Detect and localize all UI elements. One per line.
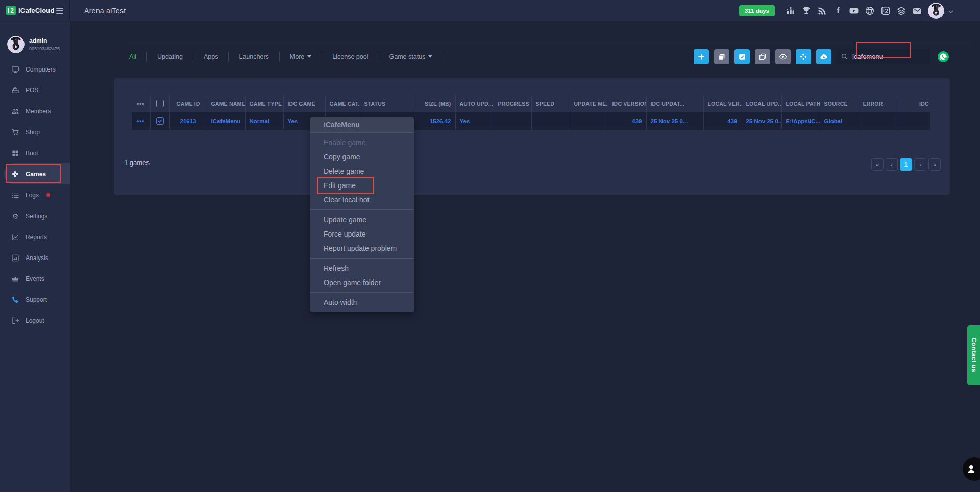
- col-idc-game[interactable]: IDC GAME: [283, 96, 325, 112]
- col-idc-updated[interactable]: IDC UPDAT...: [646, 96, 703, 112]
- duplicate-button[interactable]: [755, 49, 770, 64]
- col-game-type[interactable]: GAME TYPE: [245, 96, 283, 112]
- col-size-mb[interactable]: SIZE (MB): [414, 96, 455, 112]
- rss-icon[interactable]: [817, 6, 827, 16]
- sidebar-item-computers[interactable]: Computers: [0, 59, 70, 80]
- col-idc-host[interactable]: IDC HO: [897, 96, 930, 112]
- menu-section: Enable game Copy game Delete game Edit g…: [310, 133, 414, 210]
- sidebar-item-games[interactable]: Games: [4, 163, 70, 184]
- cell-update-message: [570, 112, 608, 130]
- menu-item-update-game[interactable]: Update game: [310, 213, 414, 227]
- menu-item-open-game-folder[interactable]: Open game folder: [310, 275, 414, 290]
- select-all-button[interactable]: [734, 49, 750, 64]
- games-table: ••• GAME ID GAME NAME GAME TYPE IDC GAME…: [132, 96, 930, 130]
- visibility-button[interactable]: [775, 49, 791, 64]
- copy-outline-icon: [758, 53, 767, 61]
- col-local-path[interactable]: LOCAL PATH: [781, 96, 820, 112]
- col-progress[interactable]: PROGRESS: [494, 96, 531, 112]
- page-first-button[interactable]: «: [871, 158, 884, 171]
- header-menu-icon[interactable]: •••: [137, 100, 145, 107]
- col-local-updated[interactable]: LOCAL UPD...: [742, 96, 781, 112]
- table-header-row: ••• GAME ID GAME NAME GAME TYPE IDC GAME…: [132, 96, 930, 112]
- facebook-icon[interactable]: f: [833, 6, 843, 16]
- menu-item-enable-game[interactable]: Enable game: [310, 135, 414, 150]
- trophy-icon[interactable]: [801, 6, 812, 16]
- col-speed[interactable]: SPEED: [531, 96, 570, 112]
- col-error[interactable]: ERROR: [859, 96, 897, 112]
- col-local-version[interactable]: LOCAL VER...: [703, 96, 742, 112]
- sidebar-item-settings[interactable]: ⚙ Settings: [0, 205, 70, 226]
- menu-item-refresh[interactable]: Refresh: [310, 261, 414, 275]
- tab-divider: [443, 52, 443, 62]
- sidebar-item-analysis[interactable]: Analysis: [0, 247, 70, 268]
- tab-more[interactable]: More: [280, 53, 322, 60]
- sidebar-item-shop[interactable]: Shop: [0, 122, 70, 143]
- sidebar-item-reports[interactable]: Reports: [0, 226, 70, 247]
- sidebar-item-support[interactable]: Support: [0, 289, 70, 310]
- actions-button[interactable]: [796, 49, 811, 64]
- page-1-button[interactable]: 1: [900, 158, 912, 171]
- cloud-download-button[interactable]: [816, 49, 831, 64]
- contact-us-button[interactable]: Contact us: [967, 325, 980, 385]
- caret-down-icon: [428, 55, 432, 58]
- sidebar-item-logs[interactable]: Logs: [0, 184, 70, 205]
- menu-item-clear-local-hot[interactable]: Clear local hot: [310, 193, 414, 207]
- tab-updating[interactable]: Updating: [147, 53, 193, 60]
- copy-button[interactable]: [714, 49, 729, 64]
- globe-icon[interactable]: [865, 6, 875, 16]
- menu-item-delete-game[interactable]: Delete game: [310, 164, 414, 178]
- menu-item-copy-game[interactable]: Copy game: [310, 150, 414, 164]
- chevron-down-icon[interactable]: [948, 6, 953, 15]
- youtube-icon[interactable]: [849, 6, 859, 16]
- search-input[interactable]: [852, 53, 926, 60]
- sidebar-item-label: Logout: [26, 317, 44, 324]
- header-checkbox[interactable]: [156, 100, 164, 107]
- hamburger-menu-icon[interactable]: [55, 6, 65, 15]
- page-prev-button[interactable]: ‹: [886, 158, 898, 171]
- sidebar-item-logout[interactable]: Logout: [0, 310, 70, 331]
- license-days-badge[interactable]: 311 days: [739, 5, 775, 16]
- col-auto-update[interactable]: AUTO UPD...: [455, 96, 494, 112]
- eye-icon: [779, 53, 787, 61]
- tab-apps[interactable]: Apps: [193, 53, 229, 60]
- row-checkbox[interactable]: [156, 117, 164, 125]
- sidebar-item-label: Shop: [26, 129, 40, 136]
- row-menu-icon[interactable]: •••: [137, 118, 145, 125]
- sidebar-avatar: [7, 36, 24, 53]
- col-game-category[interactable]: GAME CAT...: [325, 96, 360, 112]
- game-row[interactable]: ••• 21613 iCafeMenu Normal Yes 1526.42 Y…: [132, 112, 930, 130]
- tab-all[interactable]: All: [125, 53, 146, 60]
- col-status[interactable]: STATUS: [360, 96, 414, 112]
- tab-launchers[interactable]: Launchers: [229, 53, 279, 60]
- page-last-button[interactable]: »: [928, 158, 941, 171]
- menu-item-edit-game[interactable]: Edit game: [310, 178, 414, 193]
- sidebar-item-members[interactable]: Members: [0, 101, 70, 122]
- games-count: 1 games: [124, 159, 150, 167]
- tab-license-pool[interactable]: License pool: [322, 53, 378, 60]
- area-chart-icon: [11, 254, 19, 262]
- add-game-button[interactable]: [694, 49, 709, 64]
- mail-icon[interactable]: [912, 6, 922, 16]
- sidebar-item-events[interactable]: Events: [0, 268, 70, 289]
- layers-icon[interactable]: [896, 6, 906, 16]
- brand-name: iCafeCloud: [18, 7, 55, 14]
- menu-item-report-update-problem[interactable]: Report update problem: [310, 241, 414, 255]
- sidebar-item-label: Analysis: [26, 254, 48, 262]
- col-source[interactable]: SOURCE: [820, 96, 859, 112]
- celebration-icon[interactable]: [786, 6, 796, 16]
- col-game-name[interactable]: GAME NAME: [207, 96, 245, 112]
- page-next-button[interactable]: ›: [914, 158, 926, 171]
- whatsapp-icon[interactable]: [937, 51, 949, 63]
- search-icon[interactable]: [841, 53, 848, 60]
- sidebar-item-pos[interactable]: POS: [0, 80, 70, 101]
- col-game-id[interactable]: GAME ID: [169, 96, 207, 112]
- sidebar-user-block[interactable]: admin 005193482475: [0, 21, 70, 59]
- tab-game-status[interactable]: Game status: [379, 53, 443, 60]
- menu-item-auto-width[interactable]: Auto width: [310, 295, 414, 310]
- user-avatar[interactable]: [928, 3, 944, 19]
- icafecloud-mark-icon[interactable]: [880, 6, 891, 16]
- menu-item-force-update[interactable]: Force update: [310, 227, 414, 241]
- col-idc-version[interactable]: IDC VERSION: [608, 96, 646, 112]
- col-update-message[interactable]: UPDATE ME...: [570, 96, 608, 112]
- sidebar-item-boot[interactable]: Boot: [0, 143, 70, 163]
